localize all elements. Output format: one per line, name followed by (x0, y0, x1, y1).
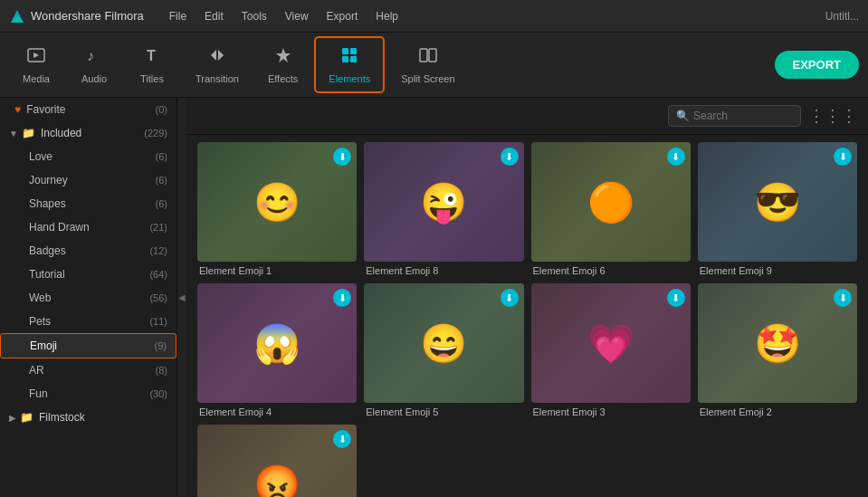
sidebar-handdrawn-label: Hand Drawn (29, 221, 90, 234)
grid-thumb-emoji8: 😜 ⬇ (364, 142, 523, 262)
toolbar: Media ♪ Audio T Titles Transition Effect… (0, 33, 868, 98)
sidebar-journey-count: (6) (156, 175, 167, 186)
menu-help[interactable]: Help (368, 6, 405, 26)
tool-titles[interactable]: T Titles (125, 38, 179, 91)
grid-item-emoji8[interactable]: 😜 ⬇ Element Emoji 8 (364, 142, 523, 276)
grid-view-icon[interactable]: ⋮⋮⋮ (808, 106, 857, 126)
download-badge-emoji5: ⬇ (501, 289, 519, 307)
sidebar-item-pets[interactable]: Pets (11) (0, 310, 176, 333)
grid-item-emoji7[interactable]: 😡 ⬇ Element Emoji 7 (197, 425, 357, 497)
sidebar-badges-label: Badges (29, 244, 66, 257)
tool-media-label: Media (23, 73, 50, 84)
grid-item-emoji3[interactable]: 💗 ⬇ Element Emoji 3 (531, 283, 691, 417)
audio-icon: ♪ (84, 45, 104, 70)
grid-item-emoji2[interactable]: 🤩 ⬇ Element Emoji 2 (698, 283, 857, 417)
sidebar-collapse-handle[interactable]: ◀ (177, 98, 186, 497)
media-icon (26, 45, 46, 70)
search-icon: 🔍 (676, 110, 690, 122)
menu-tools[interactable]: Tools (234, 6, 274, 26)
emoji5-icon: 😄 (420, 321, 467, 366)
sidebar-badges-count: (12) (149, 245, 167, 256)
arrow-right-icon: ▶ (9, 413, 16, 423)
sidebar-pets-count: (11) (149, 316, 167, 327)
tool-elements[interactable]: Elements (314, 36, 385, 93)
title-tab: Untitl... (825, 10, 859, 23)
content-area: 🔍 ⋮⋮⋮ 😊 ⬇ Element Emoji 1 😜 (186, 98, 868, 497)
grid-item-emoji9[interactable]: 😎 ⬇ Element Emoji 9 (698, 142, 857, 276)
tool-splitscreen[interactable]: Split Screen (388, 38, 467, 91)
download-badge-emoji6: ⬇ (667, 148, 685, 166)
main-area: ♥ Favorite (0) ▼ 📁 Included (229) Love (… (0, 98, 868, 497)
sidebar-handdrawn-count: (21) (149, 222, 167, 233)
menu-bar: File Edit Tools View Export Help (162, 6, 405, 26)
menu-file[interactable]: File (162, 6, 194, 26)
grid-item-emoji4[interactable]: 😱 ⬇ Element Emoji 4 (197, 283, 357, 417)
elements-icon (339, 45, 359, 70)
menu-edit[interactable]: Edit (197, 6, 231, 26)
tool-effects[interactable]: Effects (255, 38, 310, 91)
export-button[interactable]: EXPORT (775, 51, 859, 79)
sidebar-ar-label: AR (29, 364, 44, 377)
sidebar-item-love[interactable]: Love (6) (0, 145, 176, 168)
sidebar-filmstock-label: Filmstock (39, 411, 85, 424)
sidebar-included-label: Included (41, 127, 81, 139)
sidebar-emoji-label: Emoji (30, 339, 57, 352)
effects-icon (273, 45, 293, 70)
grid-label-emoji4: Element Emoji 4 (197, 406, 357, 417)
emoji7-icon: 😡 (253, 463, 300, 497)
grid-thumb-emoji3: 💗 ⬇ (531, 283, 691, 403)
menu-export[interactable]: Export (320, 6, 366, 26)
grid-item-emoji1[interactable]: 😊 ⬇ Element Emoji 1 (197, 142, 357, 276)
sidebar: ♥ Favorite (0) ▼ 📁 Included (229) Love (… (0, 98, 177, 497)
svg-rect-8 (342, 56, 348, 62)
content-header: 🔍 ⋮⋮⋮ (186, 98, 868, 135)
sidebar-tutorial-count: (64) (149, 269, 167, 280)
emoji4-icon: 😱 (253, 321, 300, 366)
app-logo: Wondershare Filmora (9, 8, 144, 24)
sidebar-item-shapes[interactable]: Shapes (6) (0, 192, 176, 215)
sidebar-tutorial-label: Tutorial (29, 268, 65, 281)
sidebar-love-label: Love (29, 150, 52, 163)
tool-transition[interactable]: Transition (183, 38, 252, 91)
tool-audio[interactable]: ♪ Audio (67, 38, 121, 91)
grid-label-emoji3: Element Emoji 3 (531, 406, 691, 417)
sidebar-item-badges[interactable]: Badges (12) (0, 239, 176, 263)
filmstock-folder-icon: 📁 (20, 411, 33, 424)
sidebar-fun-count: (30) (149, 388, 167, 399)
sidebar-love-count: (6) (156, 151, 167, 162)
grid-label-emoji1: Element Emoji 1 (197, 265, 357, 276)
grid-thumb-emoji1: 😊 ⬇ (197, 142, 357, 262)
sidebar-item-fun[interactable]: Fun (30) (0, 382, 176, 406)
sidebar-group-filmstock[interactable]: ▶ 📁 Filmstock (0, 406, 176, 429)
grid-label-emoji9: Element Emoji 9 (698, 265, 857, 276)
grid-thumb-emoji7: 😡 ⬇ (197, 425, 357, 497)
sidebar-emoji-count: (9) (155, 340, 167, 351)
search-input[interactable] (693, 110, 793, 122)
grid-thumb-emoji6: 🟠 ⬇ (531, 142, 691, 262)
sidebar-item-web[interactable]: Web (56) (0, 286, 176, 310)
svg-rect-10 (420, 49, 427, 62)
svg-text:♪: ♪ (87, 48, 94, 63)
sidebar-item-ar[interactable]: AR (8) (0, 358, 176, 382)
grid-thumb-emoji5: 😄 ⬇ (364, 283, 523, 403)
splitscreen-icon (418, 45, 438, 70)
svg-rect-11 (429, 49, 436, 62)
menu-view[interactable]: View (278, 6, 316, 26)
sidebar-group-included[interactable]: ▼ 📁 Included (229) (0, 121, 176, 145)
grid-item-emoji5[interactable]: 😄 ⬇ Element Emoji 5 (364, 283, 523, 417)
grid-item-emoji6[interactable]: 🟠 ⬇ Element Emoji 6 (531, 142, 691, 276)
sidebar-shapes-count: (6) (156, 198, 167, 209)
sidebar-item-favorite[interactable]: ♥ Favorite (0) (0, 98, 176, 121)
sidebar-item-tutorial[interactable]: Tutorial (64) (0, 263, 176, 286)
sidebar-included-count: (229) (144, 128, 167, 139)
grid-label-emoji5: Element Emoji 5 (364, 406, 523, 417)
sidebar-item-emoji[interactable]: Emoji (9) (0, 333, 176, 358)
logo-icon (9, 8, 25, 24)
sidebar-fun-label: Fun (29, 387, 48, 400)
sidebar-favorite-label: Favorite (26, 103, 65, 116)
tool-effects-label: Effects (268, 73, 298, 84)
sidebar-shapes-label: Shapes (29, 197, 66, 210)
sidebar-item-handdrawn[interactable]: Hand Drawn (21) (0, 215, 176, 239)
sidebar-item-journey[interactable]: Journey (6) (0, 168, 176, 192)
tool-media[interactable]: Media (9, 38, 63, 91)
